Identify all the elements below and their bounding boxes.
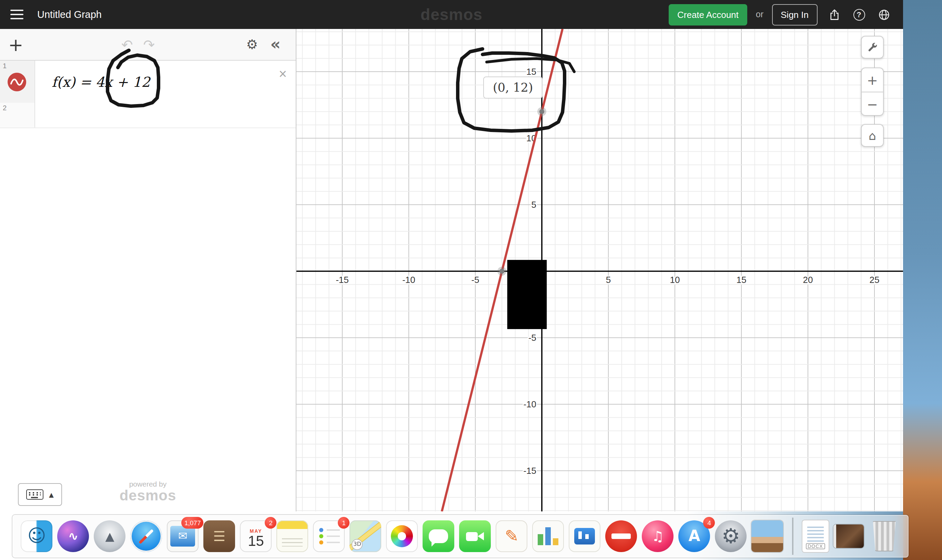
axis-tick-label: 5 [606, 275, 611, 285]
axis-tick-label: -10 [523, 399, 536, 409]
maps-glyph: 3D [352, 539, 363, 550]
expression-index: 2 [3, 104, 6, 112]
axis-tick-label: 5 [531, 200, 536, 210]
axis-tick-label: 25 [870, 275, 880, 285]
language-globe-icon[interactable] [876, 6, 892, 23]
expression-formula[interactable]: f(x) = 4x + 12 [52, 74, 150, 90]
gear-icon[interactable]: ⚙ [246, 38, 258, 51]
pages-glyph: ✎ [505, 528, 519, 545]
share-icon[interactable] [826, 6, 842, 23]
app-store-dock-icon[interactable]: A4 [679, 520, 710, 552]
axis-tick-label: -5 [528, 332, 536, 343]
desktop-wallpaper-right [903, 0, 942, 560]
notification-badge: 1,077 [182, 517, 204, 529]
photos-dock-icon[interactable] [386, 520, 418, 552]
undo-icon[interactable]: ↶ [121, 38, 133, 51]
app-store-glyph: A [688, 529, 700, 544]
axis-tick-label: -15 [523, 466, 536, 476]
siri-glyph: ∿ [68, 530, 78, 542]
expression-toolbar: + ↶ ↷ ⚙ « [0, 29, 296, 61]
delete-expression-icon[interactable]: × [279, 67, 287, 81]
system-preferences-glyph: ⚙ [722, 526, 740, 546]
graph-canvas[interactable]: -15-10-551015202515105-5-10-15 [296, 29, 903, 511]
contacts-dock-icon[interactable]: ☰ [204, 520, 236, 552]
expression-body[interactable]: f(x) = 4x + 12 × [35, 61, 296, 103]
expression-row-2[interactable]: 2 [0, 103, 296, 128]
help-button[interactable]: ? [851, 6, 867, 23]
graph-area[interactable]: -15-10-551015202515105-5-10-15 (0, 12) +… [296, 29, 903, 511]
graph-tools-button[interactable] [861, 36, 884, 58]
header-actions: Create Account or Sign In ? [668, 4, 903, 25]
expression-gutter[interactable]: 2 [0, 103, 35, 128]
facetime-dock-icon[interactable] [459, 520, 491, 552]
expression-gutter[interactable]: 1 [0, 61, 35, 103]
undo-redo-group: ↶ ↷ [121, 38, 155, 51]
itunes-dock-icon[interactable]: ♫ [642, 520, 674, 552]
notification-badge: 2 [265, 517, 277, 529]
mail-dock-icon[interactable]: ✉1,077 [167, 520, 199, 552]
itunes-glyph: ♫ [652, 529, 664, 543]
notes-dock-icon[interactable] [277, 520, 308, 552]
zoom-out-button[interactable]: − [861, 92, 884, 116]
finder-dock-icon[interactable]: ☺ [21, 520, 53, 552]
add-expression-button[interactable]: + [8, 35, 23, 54]
sign-in-button[interactable]: Sign In [772, 4, 817, 25]
home-button[interactable]: ⌂ [861, 124, 884, 147]
keyboard-icon [26, 489, 43, 500]
redo-icon[interactable]: ↷ [143, 38, 155, 51]
pages-dock-icon[interactable]: ✎ [496, 520, 528, 552]
graph-controls: + − ⌂ [861, 36, 884, 147]
launchpad-glyph: ▲ [105, 530, 114, 542]
main-menu-button[interactable] [0, 7, 33, 22]
expression-body[interactable] [35, 103, 296, 128]
mail-glyph: ✉ [178, 531, 188, 542]
system-preferences-dock-icon[interactable]: ⚙ [715, 520, 747, 552]
wrench-icon [866, 41, 879, 54]
contacts-glyph: ☰ [213, 529, 226, 543]
file-type-label: DOCX [805, 543, 825, 549]
no-entry-dock-icon[interactable] [606, 520, 637, 552]
or-text: or [756, 10, 763, 19]
calendar-dock-icon[interactable]: MAY152 [240, 520, 272, 552]
redaction-rectangle [507, 260, 547, 329]
dock: ☺∿▲✉1,077☰MAY15213D✎♫A4⚙DOCX [12, 515, 908, 558]
hamburger-icon [10, 7, 23, 22]
finder-glyph: ☺ [27, 526, 46, 544]
siri-dock-icon[interactable]: ∿ [58, 520, 89, 552]
axis-tick-label: 15 [737, 275, 747, 285]
panel-tools-right: ⚙ « [246, 37, 288, 52]
numbers-dock-icon[interactable] [533, 520, 564, 552]
screen: Untitled Graph desmos Create Account or … [0, 0, 942, 560]
expression-row-1[interactable]: 1 f(x) = 4x + 12 × [0, 61, 296, 103]
function-plot-icon[interactable] [8, 72, 26, 91]
keyboard-toggle-button[interactable]: ▲ [18, 483, 62, 506]
graph-title[interactable]: Untitled Graph [37, 9, 102, 20]
create-account-button[interactable]: Create Account [668, 4, 748, 25]
reminders-dock-icon[interactable]: 1 [313, 520, 345, 552]
launchpad-dock-icon[interactable]: ▲ [94, 520, 126, 552]
image-file-dock-icon[interactable] [752, 520, 783, 552]
home-icon: ⌂ [868, 129, 876, 142]
desmos-window: Untitled Graph desmos Create Account or … [0, 0, 903, 511]
zoom-in-button[interactable]: + [861, 68, 884, 92]
notification-badge: 4 [703, 517, 715, 529]
expression-index: 1 [3, 62, 6, 69]
trash-dock-icon[interactable] [868, 520, 900, 552]
point-label: (0, 12) [483, 77, 543, 98]
keynote-dock-icon[interactable] [569, 520, 601, 552]
axis-tick-label: -10 [402, 275, 416, 285]
question-mark-icon: ? [853, 9, 865, 20]
calendar-day-text: 15 [248, 534, 264, 548]
docx-file-dock-icon[interactable]: DOCX [802, 520, 829, 552]
messages-dock-icon[interactable] [423, 520, 455, 552]
expression-panel: + ↶ ↷ ⚙ « 1 f(x) = 4x + 12 [0, 29, 296, 511]
axis-tick-label: -15 [336, 275, 349, 285]
collapse-panel-icon[interactable]: « [270, 37, 280, 52]
maps-dock-icon[interactable]: 3D [350, 520, 382, 552]
safari-dock-icon[interactable] [131, 520, 162, 552]
axis-tick-label: 20 [803, 275, 813, 285]
video-file-dock-icon[interactable] [833, 525, 864, 548]
chevron-up-icon: ▲ [49, 491, 54, 498]
axis-tick-label: 15 [526, 66, 536, 77]
notification-badge: 1 [338, 517, 350, 529]
